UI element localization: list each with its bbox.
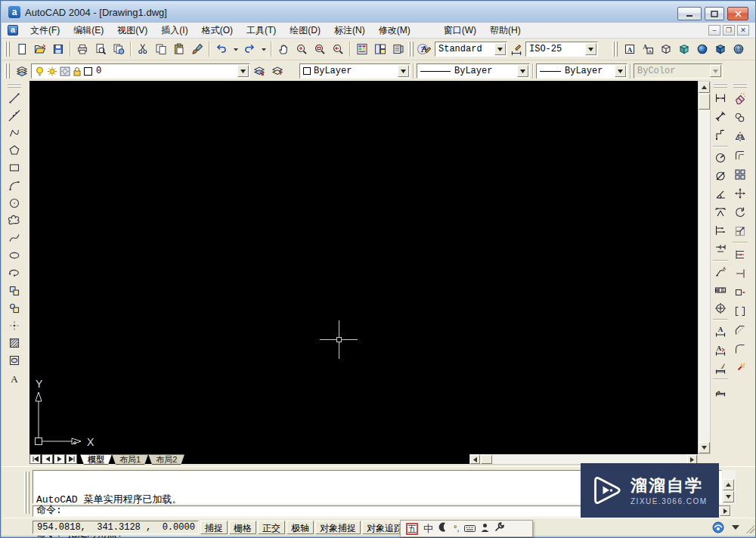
scroll-right-button[interactable] bbox=[720, 506, 730, 516]
drawing-file-icon[interactable] bbox=[8, 25, 18, 36]
undo-button[interactable] bbox=[212, 40, 231, 58]
scroll-up-button[interactable] bbox=[723, 479, 734, 490]
scrollbar-thumb[interactable] bbox=[699, 94, 710, 110]
zoom-realtime-button[interactable] bbox=[293, 40, 311, 58]
layer-combo[interactable]: 0 bbox=[31, 63, 250, 79]
ellipse-arc-button[interactable] bbox=[5, 264, 23, 282]
arc-button[interactable] bbox=[5, 177, 23, 194]
3d-wireframe-button[interactable] bbox=[657, 40, 675, 58]
menu-4[interactable]: 插入(I) bbox=[154, 23, 194, 38]
zoom-window-button[interactable] bbox=[311, 40, 329, 58]
erase-button[interactable] bbox=[731, 89, 749, 108]
publish-button[interactable] bbox=[110, 40, 128, 58]
ime-punctuation-icon[interactable]: °, bbox=[454, 521, 459, 536]
undo-menu-button[interactable] bbox=[231, 40, 240, 58]
dim-radius-button[interactable] bbox=[711, 149, 730, 167]
new-button[interactable] bbox=[13, 40, 31, 58]
ime-fullhalf-icon[interactable] bbox=[438, 521, 448, 536]
scrollbar-thumb[interactable] bbox=[481, 455, 492, 464]
explode-button[interactable] bbox=[731, 358, 749, 377]
status-toggle-正交[interactable]: 正交 bbox=[258, 521, 285, 534]
tool-palettes-button[interactable] bbox=[389, 40, 407, 58]
break-button[interactable] bbox=[731, 301, 749, 320]
toolbar-grip[interactable] bbox=[5, 63, 11, 79]
polyline-button[interactable] bbox=[5, 124, 23, 141]
tab-first-button[interactable] bbox=[29, 454, 41, 464]
dim-edit-button[interactable]: A bbox=[711, 322, 730, 340]
dim-update-button[interactable] bbox=[711, 359, 730, 377]
spline-button[interactable] bbox=[5, 230, 23, 247]
quick-leader-button[interactable]: A bbox=[711, 263, 730, 281]
rectangle-button[interactable] bbox=[5, 159, 23, 177]
dim-quick-button[interactable] bbox=[711, 203, 730, 221]
match-properties-button[interactable] bbox=[188, 40, 206, 58]
insert-block-button[interactable] bbox=[5, 282, 23, 299]
menu-1[interactable]: 文件(F) bbox=[23, 23, 67, 38]
tab-布局1[interactable]: 布局1 bbox=[112, 454, 148, 465]
minimize-button[interactable] bbox=[677, 7, 702, 20]
designcenter-button[interactable] bbox=[371, 40, 389, 58]
menu-10[interactable]: 窗口(W) bbox=[437, 23, 483, 38]
communication-center-icon[interactable] bbox=[711, 521, 726, 536]
cut-button[interactable] bbox=[134, 40, 152, 58]
point-button[interactable] bbox=[5, 317, 23, 334]
properties-button[interactable] bbox=[353, 40, 371, 58]
menu-11[interactable]: 帮助(H) bbox=[483, 23, 528, 38]
save-button[interactable] bbox=[49, 40, 67, 58]
status-toggle-捕捉[interactable]: 捕捉 bbox=[200, 521, 228, 534]
chamfer-button[interactable] bbox=[731, 320, 749, 339]
ime-user-icon[interactable] bbox=[481, 521, 489, 536]
scroll-up-button[interactable] bbox=[699, 82, 710, 93]
ime-language-bar[interactable]: 五 中 °, bbox=[400, 520, 533, 537]
paste-button[interactable] bbox=[170, 40, 188, 58]
ime-settings-wrench-icon[interactable] bbox=[494, 521, 505, 536]
menu-2[interactable]: 编辑(E) bbox=[67, 23, 110, 38]
tab-布局2[interactable]: 布局2 bbox=[148, 454, 184, 465]
dwg-reference-button[interactable]: AA bbox=[639, 40, 657, 58]
3d-box-button[interactable] bbox=[711, 40, 730, 58]
resize-grip[interactable] bbox=[745, 524, 754, 533]
maximize-button[interactable] bbox=[705, 7, 724, 20]
layer-unlock-icon[interactable] bbox=[73, 66, 82, 77]
menu-9[interactable]: 修改(M) bbox=[372, 23, 417, 38]
tab-prev-button[interactable] bbox=[42, 454, 53, 464]
layer-states-button[interactable] bbox=[250, 62, 268, 80]
drawing-canvas[interactable]: Y X bbox=[29, 81, 698, 464]
mirror-button[interactable] bbox=[731, 127, 749, 146]
dim-linear-button[interactable] bbox=[711, 89, 730, 107]
dim-continue-button[interactable] bbox=[711, 240, 730, 258]
vertical-scrollbar[interactable] bbox=[698, 81, 711, 454]
toolbar-grip[interactable] bbox=[612, 42, 618, 57]
linetype-combo[interactable]: ByLayer bbox=[417, 63, 530, 79]
layer-color-icon[interactable] bbox=[84, 67, 92, 76]
tolerance-button[interactable]: 1 bbox=[711, 281, 730, 299]
close-button[interactable] bbox=[727, 7, 748, 20]
rotate-button[interactable] bbox=[731, 203, 749, 221]
dim-angular-button[interactable] bbox=[711, 185, 730, 203]
print-preview-button[interactable] bbox=[91, 40, 110, 58]
menu-7[interactable]: 绘图(D) bbox=[283, 23, 327, 38]
status-toggle-栅格[interactable]: 栅格 bbox=[229, 521, 256, 534]
scroll-left-button[interactable] bbox=[470, 455, 480, 464]
mdi-minimize-button[interactable]: – bbox=[708, 25, 720, 36]
extend-button[interactable] bbox=[731, 264, 749, 283]
copy-button[interactable] bbox=[152, 40, 170, 58]
scale-button[interactable] bbox=[731, 221, 749, 240]
flat-shaded-button[interactable] bbox=[675, 40, 693, 58]
hatch-button[interactable] bbox=[5, 335, 23, 352]
gouraud-shaded-button[interactable] bbox=[693, 40, 711, 58]
offset-button[interactable] bbox=[731, 146, 749, 165]
polygon-button[interactable] bbox=[5, 142, 23, 159]
tab-next-button[interactable] bbox=[54, 454, 65, 464]
render-button[interactable] bbox=[730, 40, 748, 58]
toolbar-grip[interactable] bbox=[5, 42, 11, 57]
scroll-down-button[interactable] bbox=[699, 442, 710, 453]
text-window-button[interactable]: A bbox=[621, 40, 639, 58]
toolbar-grip[interactable] bbox=[8, 83, 21, 88]
dim-aligned-button[interactable] bbox=[711, 107, 730, 125]
dim-text-edit-button[interactable]: A bbox=[711, 340, 730, 358]
toolbar-grip[interactable] bbox=[733, 83, 747, 88]
dim-style-button[interactable] bbox=[507, 40, 525, 58]
array-button[interactable] bbox=[731, 165, 749, 184]
make-block-button[interactable] bbox=[5, 299, 23, 317]
